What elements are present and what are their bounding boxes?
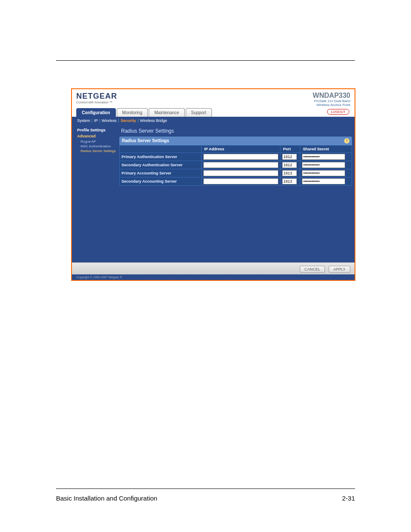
sidebar-item-rogue[interactable]: Rogue AP	[75, 139, 117, 144]
subnav-wireless-bridge[interactable]: Wireless Bridge	[140, 118, 167, 123]
port-input[interactable]	[282, 162, 297, 168]
row-label: Secondary Accounting Server	[120, 177, 202, 185]
port-input[interactable]	[282, 154, 297, 160]
help-icon[interactable]: ?	[344, 138, 349, 143]
brand-name: NETGEAR	[76, 92, 117, 101]
tab-configuration[interactable]: Configuration	[76, 108, 116, 117]
cancel-button[interactable]: CANCEL	[300, 266, 325, 273]
sub-nav: System | IP | Wireless | Security | Wire…	[72, 117, 355, 124]
row-label: Primary Accounting Server	[120, 169, 202, 177]
doc-footer-rule	[56, 488, 355, 489]
product-model: WNDAP330	[313, 92, 350, 100]
sidebar-item-radius[interactable]: Radius Server Settings	[75, 149, 117, 153]
app-frame: NETGEAR Connect with Innovation ™ WNDAP3…	[71, 88, 355, 281]
settings-box: Radius Server Settings ? IP Address Port…	[119, 137, 352, 186]
settings-box-title: Radius Server Settings	[122, 138, 169, 143]
table-row: Secondary Authentication Server	[120, 161, 352, 169]
row-label: Primary Authentication Server	[120, 152, 202, 161]
sidebar-item-mac[interactable]: MAC Authentication	[75, 144, 117, 149]
table-row: Secondary Accounting Server	[120, 177, 352, 185]
th-port: Port	[280, 145, 300, 152]
main-tabs: Configuration Monitoring Maintenance Sup…	[72, 108, 355, 117]
footer-right: 2-31	[342, 495, 355, 502]
subnav-sep: |	[118, 118, 120, 123]
action-bar: CANCEL APPLY	[72, 262, 355, 274]
th-blank	[120, 145, 202, 152]
subnav-sep: |	[137, 118, 140, 123]
row-label: Secondary Authentication Server	[120, 161, 202, 169]
content-area: Profile Settings Advanced Rogue AP MAC A…	[72, 124, 355, 262]
doc-footer: Basic Installation and Configuration 2-3…	[56, 495, 355, 502]
router-admin-screenshot: NETGEAR Connect with Innovation ™ WNDAP3…	[71, 88, 355, 281]
subnav-security[interactable]: Security	[121, 118, 136, 123]
sidebar-item-profile[interactable]: Profile Settings	[75, 127, 117, 133]
apply-button[interactable]: APPLY	[329, 266, 350, 273]
tab-maintenance[interactable]: Maintenance	[149, 108, 184, 117]
subnav-ip[interactable]: IP	[94, 118, 97, 123]
product-sub2: Wireless Access Point	[313, 103, 350, 107]
table-row: Primary Accounting Server	[120, 169, 352, 177]
subnav-wireless[interactable]: Wireless	[102, 118, 117, 123]
brand-right: WNDAP330 ProSafe 11n Dual Band Wireless …	[313, 92, 350, 107]
footer-left: Basic Installation and Configuration	[56, 495, 157, 502]
ip-input[interactable]	[203, 178, 278, 184]
settings-box-header: Radius Server Settings ?	[119, 137, 352, 145]
radius-settings-table: IP Address Port Shared Secret Primary Au…	[119, 145, 352, 186]
copyright-footer: Copyright © 1996-2007 Netgear ®	[72, 274, 355, 280]
panel-title: Radius Server Settings	[119, 127, 352, 137]
secret-input[interactable]	[302, 170, 345, 176]
sidebar-item-advanced[interactable]: Advanced	[75, 133, 117, 139]
subnav-sep: |	[99, 118, 101, 123]
doc-header-rule	[56, 60, 355, 61]
brand-tagline: Connect with Innovation ™	[76, 101, 117, 104]
th-secret: Shared Secret	[300, 145, 352, 152]
subnav-sep: |	[92, 118, 94, 123]
brand-header: NETGEAR Connect with Innovation ™ WNDAP3…	[72, 89, 355, 108]
table-header-row: IP Address Port Shared Secret	[120, 145, 352, 152]
ip-input[interactable]	[203, 162, 278, 168]
table-row: Primary Authentication Server	[120, 152, 352, 161]
secret-input[interactable]	[302, 178, 345, 184]
ip-input[interactable]	[203, 170, 278, 176]
logout-button[interactable]: LOGOUT	[327, 109, 349, 115]
subnav-system[interactable]: System	[77, 118, 90, 123]
th-ip: IP Address	[202, 145, 280, 152]
tab-monitoring[interactable]: Monitoring	[117, 108, 148, 117]
sidebar: Profile Settings Advanced Rogue AP MAC A…	[72, 124, 119, 262]
main-panel: Radius Server Settings Radius Server Set…	[119, 124, 355, 262]
ip-input[interactable]	[203, 154, 278, 160]
port-input[interactable]	[282, 170, 297, 176]
brand-left: NETGEAR Connect with Innovation ™	[76, 92, 117, 104]
port-input[interactable]	[282, 178, 297, 184]
tab-support[interactable]: Support	[186, 108, 212, 117]
secret-input[interactable]	[302, 162, 345, 168]
secret-input[interactable]	[302, 154, 345, 160]
